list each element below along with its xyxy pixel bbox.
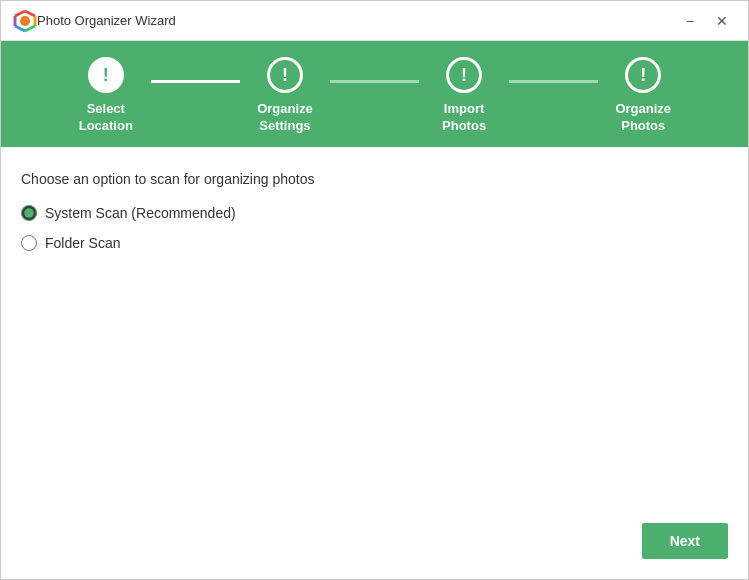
connector-1-2: [151, 80, 241, 83]
step-label-3: ImportPhotos: [442, 101, 486, 135]
wizard-steps: ! SelectLocation ! OrganizeSettings ! Im…: [1, 57, 748, 135]
app-title: Photo Organizer Wizard: [37, 13, 676, 28]
folder-scan-label: Folder Scan: [45, 235, 120, 251]
minimize-button[interactable]: −: [676, 9, 704, 33]
system-scan-option[interactable]: System Scan (Recommended): [21, 205, 728, 221]
footer: Next: [642, 523, 728, 559]
step-organize-settings: ! OrganizeSettings: [240, 57, 330, 135]
title-bar: Photo Organizer Wizard − ✕: [1, 1, 748, 41]
step-label-4: OrganizePhotos: [615, 101, 671, 135]
system-scan-radio[interactable]: [21, 205, 37, 221]
window-controls: − ✕: [676, 9, 736, 33]
app-icon: [13, 9, 37, 33]
system-scan-label: System Scan (Recommended): [45, 205, 236, 221]
connector-2-3: [330, 80, 420, 83]
step-circle-2: !: [267, 57, 303, 93]
step-import-photos: ! ImportPhotos: [419, 57, 509, 135]
scan-options: System Scan (Recommended) Folder Scan: [21, 205, 728, 251]
svg-point-1: [20, 16, 30, 26]
step-circle-3: !: [446, 57, 482, 93]
step-label-2: OrganizeSettings: [257, 101, 313, 135]
next-button[interactable]: Next: [642, 523, 728, 559]
folder-scan-option[interactable]: Folder Scan: [21, 235, 728, 251]
content-area: Choose an option to scan for organizing …: [1, 147, 748, 271]
step-label-1: SelectLocation: [79, 101, 133, 135]
step-select-location: ! SelectLocation: [61, 57, 151, 135]
step-circle-4: !: [625, 57, 661, 93]
step-circle-1: !: [88, 57, 124, 93]
step-organize-photos: ! OrganizePhotos: [598, 57, 688, 135]
content-description: Choose an option to scan for organizing …: [21, 171, 728, 187]
wizard-header: ! SelectLocation ! OrganizeSettings ! Im…: [1, 41, 748, 147]
connector-3-4: [509, 80, 599, 83]
folder-scan-radio[interactable]: [21, 235, 37, 251]
close-button[interactable]: ✕: [708, 9, 736, 33]
